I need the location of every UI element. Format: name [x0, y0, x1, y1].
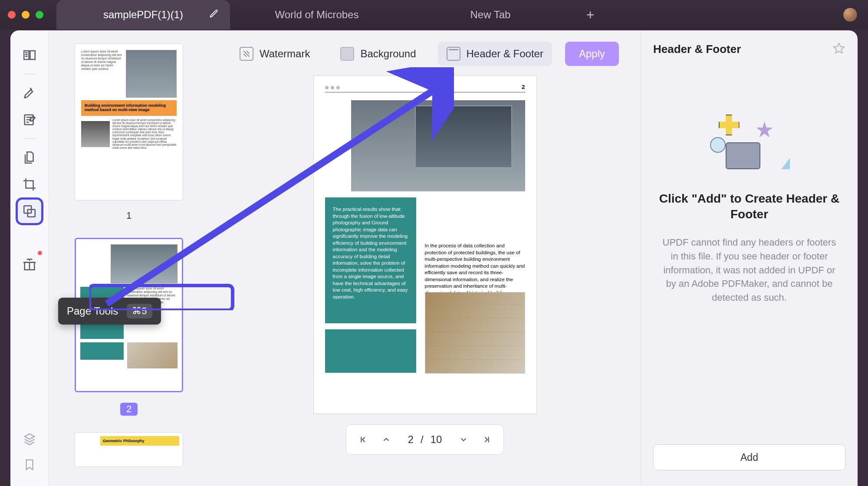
new-tab-button[interactable]: + — [577, 0, 603, 30]
tab-bar: samplePDF(1)(1) World of Microbes New Ta… — [56, 0, 843, 30]
user-avatar[interactable] — [843, 7, 858, 22]
empty-state-description: UPDF cannot find any headers or footers … — [653, 236, 845, 305]
tab-label: New Tab — [470, 9, 511, 21]
header-footer-button[interactable]: Header & Footer — [438, 42, 552, 66]
tooltip-shortcut: ⌘5 — [127, 304, 152, 319]
sidebar-title: Header & Footer — [653, 43, 741, 56]
tab-new-tab[interactable]: New Tab — [404, 0, 577, 30]
bookmark-icon[interactable] — [23, 458, 36, 473]
crop-icon[interactable] — [18, 173, 41, 196]
highlighter-icon[interactable] — [18, 81, 41, 105]
background-label: Background — [360, 48, 416, 60]
thumbnail-page-1[interactable]: Lorem ipsum dolor sit amet consectetur a… — [75, 43, 183, 200]
tooltip-label: Page Tools — [67, 305, 118, 317]
left-tool-rail — [10, 30, 49, 486]
thumbnail-page-3[interactable]: Geometric Philosophy — [75, 432, 183, 467]
tab-label: samplePDF(1)(1) — [103, 9, 183, 21]
apply-button[interactable]: Apply — [565, 42, 619, 66]
background-icon — [340, 47, 354, 61]
page-teal-block-2 — [325, 329, 416, 373]
edit-tab-icon[interactable] — [209, 9, 219, 21]
window-controls — [8, 11, 43, 19]
tab-label: World of Microbes — [275, 9, 359, 21]
page-tools-tooltip: Page Tools ⌘5 — [58, 298, 161, 325]
total-pages: 10 — [431, 433, 442, 446]
thumbnail-2-number: 2 — [120, 403, 138, 416]
apply-label: Apply — [579, 48, 605, 59]
watermark-icon — [240, 47, 253, 61]
notification-dot — [38, 251, 42, 255]
right-sidebar: Header & Footer Click "Add" to Create He… — [641, 30, 858, 486]
watermark-button[interactable]: Watermark — [231, 42, 319, 66]
first-page-button[interactable] — [352, 429, 373, 450]
page-number: 2 — [522, 84, 525, 90]
reader-mode-icon[interactable] — [18, 43, 41, 67]
page-hero-image — [351, 100, 525, 191]
add-header-footer-button[interactable]: Add — [653, 444, 845, 470]
thumb1-title: Building environment information modelin… — [81, 100, 177, 116]
header-footer-label: Header & Footer — [467, 48, 543, 60]
minimize-window[interactable] — [22, 11, 30, 19]
layers-icon[interactable] — [23, 432, 36, 447]
gift-icon[interactable] — [18, 253, 41, 276]
last-page-button[interactable] — [477, 429, 497, 450]
prev-page-button[interactable] — [376, 429, 397, 450]
thumbnail-1-number: 1 — [126, 207, 132, 232]
close-window[interactable] — [8, 11, 16, 19]
page-navigator: 2 / 10 — [346, 424, 504, 455]
page-teal-block: The practical results show that: through… — [325, 197, 416, 323]
page-preview[interactable]: 2 The practical results show that: throu… — [313, 76, 537, 414]
favorite-icon[interactable] — [832, 42, 845, 56]
main-area: Watermark Background Header & Footer App… — [209, 30, 641, 486]
window-titlebar: samplePDF(1)(1) World of Microbes New Ta… — [0, 0, 868, 30]
app-window: Page Tools ⌘5 Lorem ipsum dolor sit amet… — [10, 30, 858, 486]
watermark-label: Watermark — [260, 48, 310, 60]
tab-world-of-microbes[interactable]: World of Microbes — [230, 0, 404, 30]
page-tools-icon[interactable] — [18, 200, 41, 223]
add-label: Add — [740, 452, 758, 463]
organize-pages-icon[interactable] — [18, 146, 41, 169]
thumbnail-panel: Lorem ipsum dolor sit amet consectetur a… — [49, 30, 209, 486]
tab-sample-pdf[interactable]: samplePDF(1)(1) — [56, 0, 230, 30]
empty-state-illustration — [708, 117, 791, 174]
annotate-icon[interactable] — [18, 108, 41, 131]
empty-state-headline: Click "Add" to Create Header & Footer — [653, 191, 845, 223]
next-page-button[interactable] — [453, 429, 474, 450]
background-button[interactable]: Background — [332, 42, 424, 66]
current-page[interactable]: 2 — [408, 433, 414, 446]
page-tools-toolbar: Watermark Background Header & Footer App… — [231, 30, 619, 76]
page-sep: / — [421, 433, 424, 446]
thumb3-title: Geometric Philosophy — [100, 436, 179, 446]
header-footer-icon — [447, 47, 460, 61]
page-pencil-image — [425, 292, 525, 374]
maximize-window[interactable] — [36, 11, 43, 19]
